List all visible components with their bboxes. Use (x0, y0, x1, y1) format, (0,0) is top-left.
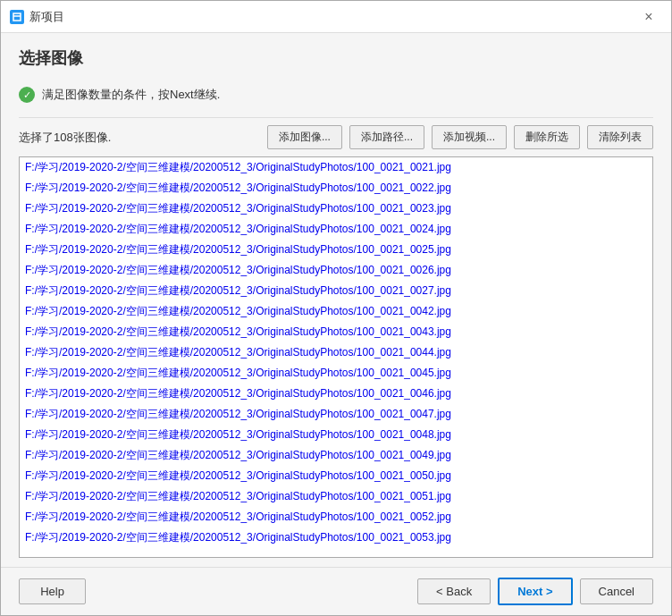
status-bar: ✓ 满足图像数量的条件，按Next继续. (19, 80, 653, 110)
file-list[interactable]: F:/学习/2019-2020-2/空间三维建模/20200512_3/Orig… (19, 156, 653, 558)
list-item[interactable]: F:/学习/2019-2020-2/空间三维建模/20200512_3/Orig… (20, 342, 652, 363)
status-message: 满足图像数量的条件，按Next继续. (42, 87, 220, 103)
page-title: 选择图像 (19, 47, 653, 69)
status-ok-icon: ✓ (19, 87, 35, 103)
add-video-button[interactable]: 添加视频... (432, 125, 507, 149)
remove-selected-button[interactable]: 删除所选 (514, 125, 580, 149)
list-item[interactable]: F:/学习/2019-2020-2/空间三维建模/20200512_3/Orig… (20, 404, 652, 425)
back-button[interactable]: < Back (417, 578, 491, 604)
list-item[interactable]: F:/学习/2019-2020-2/空间三维建模/20200512_3/Orig… (20, 240, 652, 260)
add-path-button[interactable]: 添加路径... (349, 125, 424, 149)
help-button[interactable]: Help (19, 578, 86, 604)
app-icon (10, 10, 24, 24)
list-item[interactable]: F:/学习/2019-2020-2/空间三维建模/20200512_3/Orig… (20, 363, 652, 384)
list-item[interactable]: F:/学习/2019-2020-2/空间三维建模/20200512_3/Orig… (20, 198, 652, 219)
close-button[interactable]: × (635, 4, 662, 30)
list-item[interactable]: F:/学习/2019-2020-2/空间三维建模/20200512_3/Orig… (20, 281, 652, 301)
list-item[interactable]: F:/学习/2019-2020-2/空间三维建模/20200512_3/Orig… (20, 322, 652, 342)
list-item[interactable]: F:/学习/2019-2020-2/空间三维建模/20200512_3/Orig… (20, 384, 652, 404)
toolbar-row: 选择了108张图像. 添加图像... 添加路径... 添加视频... 删除所选 … (1, 118, 671, 156)
list-item[interactable]: F:/学习/2019-2020-2/空间三维建模/20200512_3/Orig… (20, 260, 652, 281)
title-bar: 新项目 × (1, 1, 671, 33)
list-item[interactable]: F:/学习/2019-2020-2/空间三维建模/20200512_3/Orig… (20, 425, 652, 445)
bottom-bar: Help < Back Next > Cancel (1, 567, 671, 615)
selection-info: 选择了108张图像. (19, 130, 260, 146)
list-item[interactable]: F:/学习/2019-2020-2/空间三维建模/20200512_3/Orig… (20, 301, 652, 322)
list-item[interactable]: F:/学习/2019-2020-2/空间三维建模/20200512_3/Orig… (20, 219, 652, 240)
bottom-left: Help (19, 578, 417, 604)
next-button[interactable]: Next > (498, 578, 572, 605)
list-item[interactable]: F:/学习/2019-2020-2/空间三维建模/20200512_3/Orig… (20, 466, 652, 486)
svg-rect-0 (13, 13, 21, 21)
list-item[interactable]: F:/学习/2019-2020-2/空间三维建模/20200512_3/Orig… (20, 527, 652, 548)
clear-list-button[interactable]: 清除列表 (587, 125, 653, 149)
dialog-window: 新项目 × 选择图像 ✓ 满足图像数量的条件，按Next继续. 选择了108张图… (0, 0, 672, 616)
window-title: 新项目 (29, 9, 635, 25)
page-header: 选择图像 ✓ 满足图像数量的条件，按Next继续. (1, 33, 671, 117)
list-item[interactable]: F:/学习/2019-2020-2/空间三维建模/20200512_3/Orig… (20, 157, 652, 178)
cancel-button[interactable]: Cancel (580, 578, 653, 604)
bottom-right: < Back Next > Cancel (417, 578, 653, 605)
list-item[interactable]: F:/学习/2019-2020-2/空间三维建模/20200512_3/Orig… (20, 507, 652, 527)
list-item[interactable]: F:/学习/2019-2020-2/空间三维建模/20200512_3/Orig… (20, 445, 652, 466)
add-images-button[interactable]: 添加图像... (267, 125, 342, 149)
list-item[interactable]: F:/学习/2019-2020-2/空间三维建模/20200512_3/Orig… (20, 486, 652, 507)
list-item[interactable]: F:/学习/2019-2020-2/空间三维建模/20200512_3/Orig… (20, 178, 652, 198)
